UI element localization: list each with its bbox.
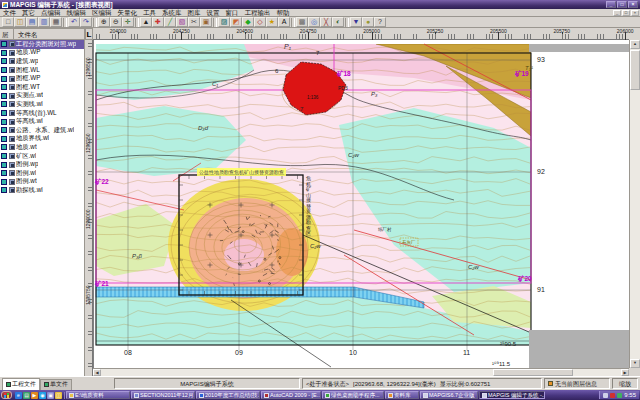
line-edit-button[interactable]: ╱ [164,17,176,27]
layer-visibility-checkbox[interactable] [1,58,7,64]
layer-visibility-checkbox[interactable] [1,179,7,185]
measure-button[interactable]: ╳ [320,17,332,27]
show-desktop-icon[interactable]: ▤ [23,392,30,399]
menu-item[interactable]: 文件 [0,9,19,17]
taskbar-task-button[interactable]: E:\地质资料 [66,391,130,399]
volume-tray-icon[interactable] [603,393,608,398]
media-player-icon[interactable]: ▶ [31,392,38,399]
file-row[interactable]: 等高线(首).WL [0,109,84,118]
layer-visibility-checkbox[interactable] [1,76,7,82]
file-row[interactable]: 实测点.wt [0,92,84,101]
file-row[interactable]: 图例.wp [0,160,84,169]
taskbar-task-button[interactable]: MAPGIS 编辑子系统 -... [479,391,545,399]
map-canvas[interactable]: P₁76C₁矿18PD31:1367P₃T₃¹矿19D₃dC₂wC₂wC₂wP₃… [93,40,629,368]
close-button[interactable]: × [628,1,638,8]
layer-visibility-checkbox[interactable] [1,136,7,142]
file-row[interactable]: 图框.WT [0,83,84,92]
file-row[interactable]: 图框.WL [0,66,84,75]
menu-item[interactable]: 线编辑 [64,9,90,17]
start-button[interactable] [1,391,12,399]
taskbar-clock[interactable]: 9:55 [624,392,636,398]
layer-visibility-checkbox[interactable] [1,170,7,176]
layer-visibility-checkbox[interactable] [1,93,7,99]
palette-button[interactable]: ◩ [230,17,242,27]
file-row[interactable]: 等高线.wl [0,117,84,126]
help-button[interactable]: ? [374,17,386,27]
network-tray-icon[interactable] [617,393,622,398]
internet-explorer-icon[interactable]: e [15,392,22,399]
snap-button[interactable]: ◎ [308,17,320,27]
antivirus-tray-icon[interactable] [610,393,615,398]
layer-visibility-checkbox[interactable] [1,110,7,116]
line-color-button[interactable]: ◇ [254,17,266,27]
layer-manager-button[interactable]: ▨ [218,17,230,27]
menu-item[interactable]: 帮助 [274,9,293,17]
layer-visibility-checkbox[interactable] [1,153,7,159]
attr-query-button[interactable]: ▼ [350,17,362,27]
map-horizontal-scrollbar[interactable]: ◀ ▶ [93,368,629,376]
new-file-button[interactable]: □ [2,17,14,27]
taskbar-task-button[interactable]: AutoCAD 2009 - [E... [261,391,321,399]
file-row[interactable]: 勘探线.wl [0,186,84,195]
text-tool-button[interactable]: A [278,17,290,27]
minimize-button[interactable]: _ [606,1,616,8]
cut-button[interactable]: ✂ [188,17,200,27]
zoom-in-button[interactable]: ⊕ [98,17,110,27]
menu-item[interactable]: 窗口 [223,9,242,17]
fill-color-button[interactable]: ◆ [242,17,254,27]
scroll-up-arrow[interactable]: ▲ [630,40,640,49]
mdi-minimize-button[interactable]: _ [613,10,621,16]
file-row[interactable]: 图框.WP [0,74,84,83]
menu-item[interactable]: 矢量化 [115,9,141,17]
print-button[interactable]: ▦ [50,17,62,27]
zoom-out-button[interactable]: ⊖ [110,17,122,27]
layer-visibility-checkbox[interactable] [1,127,7,133]
menu-item[interactable]: 系统库 [159,9,185,17]
file-row[interactable]: 实测线.wl [0,100,84,109]
taskbar-task-button[interactable]: 资料库 [385,391,419,399]
menu-item[interactable]: 设置 [204,9,223,17]
file-row[interactable]: 地质.WP [0,49,84,58]
file-row[interactable]: 建筑.wp [0,57,84,66]
layer-visibility-checkbox[interactable] [1,50,7,56]
horizontal-scroll-thumb[interactable] [493,369,573,376]
qq-messenger-icon[interactable]: ◉ [39,392,46,399]
open-file-button[interactable]: ◫ [14,17,26,27]
taskbar-task-button[interactable]: 绿色桌面助手程序... [322,391,384,399]
file-row[interactable]: 公路、水系、建筑.wl [0,126,84,135]
file-row[interactable]: 地质界线.wl [0,135,84,144]
panel-tab-single[interactable]: 单文件 [40,379,72,390]
layer-visibility-checkbox[interactable] [1,187,7,193]
menu-item[interactable]: 图库 [185,9,204,17]
menu-item[interactable]: 工程输出 [242,9,274,17]
refresh-button[interactable]: ◐ [332,17,344,27]
panel-tab-project[interactable]: 工程文件 [2,378,40,390]
taskbar-task-button[interactable]: 2010年度工作总结(技... [196,391,260,399]
map-vertical-scrollbar[interactable]: ▲ ▼ [629,40,640,368]
menu-item[interactable]: 其它 [19,9,38,17]
file-row[interactable]: 图例.wl [0,169,84,178]
taskbar-task-button[interactable]: SECTION2011年12月... [131,391,195,399]
menu-item[interactable]: 点编辑 [38,9,64,17]
area-edit-button[interactable]: ▧ [176,17,188,27]
file-row[interactable]: 矿区.wl [0,152,84,161]
layer-visibility-checkbox[interactable] [1,41,7,47]
grid-toggle-button[interactable]: ▩ [296,17,308,27]
mdi-close-button[interactable]: × [631,10,639,16]
info-button[interactable]: ● [362,17,374,27]
mdi-restore-button[interactable]: □ [622,10,630,16]
layer-visibility-checkbox[interactable] [1,101,7,107]
vertical-scroll-thumb[interactable] [630,50,640,90]
point-edit-button[interactable]: ✚ [152,17,164,27]
maximize-button[interactable]: □ [617,1,627,8]
menu-item[interactable]: 区编辑 [89,9,115,17]
scroll-left-arrow[interactable]: ◀ [93,369,101,376]
save-all-button[interactable]: ▥ [38,17,50,27]
file-row[interactable]: 地质.wt [0,143,84,152]
layer-visibility-checkbox[interactable] [1,84,7,90]
layer-visibility-checkbox[interactable] [1,144,7,150]
taskbar-task-button[interactable]: MAPGIS6.7企业版 [420,391,478,399]
save-file-button[interactable]: ▤ [26,17,38,27]
file-row[interactable]: 图例.wt [0,178,84,187]
pan-button[interactable]: ✛ [122,17,134,27]
